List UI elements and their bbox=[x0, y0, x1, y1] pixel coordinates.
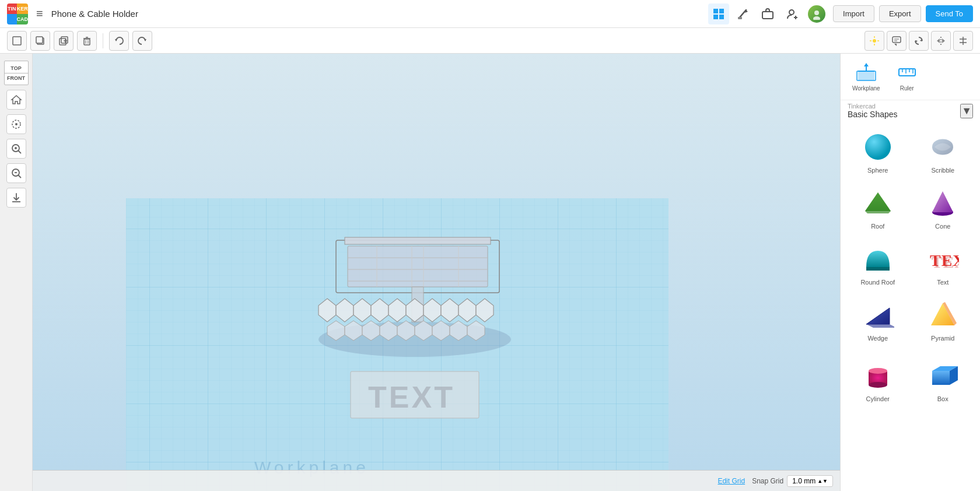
snap-value: 1.0 mm bbox=[792, 477, 816, 485]
shape-item-box[interactable]: Box bbox=[911, 352, 976, 408]
svg-rect-4 bbox=[738, 17, 742, 19]
light-button[interactable] bbox=[864, 31, 884, 51]
svg-point-10 bbox=[813, 16, 820, 20]
mirror-button[interactable] bbox=[931, 31, 951, 51]
pyramid-label: Pyramid bbox=[931, 335, 954, 342]
right-panel: › Workplane bbox=[840, 54, 980, 491]
avatar-icon bbox=[811, 8, 822, 20]
delete-button[interactable] bbox=[77, 31, 97, 51]
zoom-in-icon bbox=[10, 143, 22, 155]
comment-button[interactable] bbox=[887, 31, 907, 51]
copy-button[interactable] bbox=[30, 31, 50, 51]
workplane-tool[interactable]: Workplane bbox=[848, 59, 885, 94]
svg-rect-0 bbox=[713, 9, 718, 13]
view-cube-top: TOP bbox=[5, 64, 28, 73]
export-button[interactable]: Export bbox=[879, 5, 921, 22]
topbar: TIN KER CAD ≡ Phone & Cable Holder bbox=[0, 0, 980, 28]
shape-item-cylinder[interactable]: Cylinder bbox=[845, 352, 911, 408]
roof-icon bbox=[860, 185, 895, 220]
svg-rect-15 bbox=[61, 37, 68, 43]
shape-item-sphere[interactable]: Sphere bbox=[845, 124, 911, 180]
import-button[interactable]: Import bbox=[833, 5, 874, 22]
category-name: Basic Shapes bbox=[848, 110, 898, 119]
grid-view-button[interactable] bbox=[708, 3, 729, 24]
edit-grid-label[interactable]: Edit Grid bbox=[718, 477, 745, 485]
category-info: Tinkercad Basic Shapes bbox=[848, 103, 898, 119]
duplicate-button[interactable] bbox=[54, 31, 74, 51]
viewport[interactable]: TEXT Workplane Edit Grid Snap Grid 1.0 m… bbox=[33, 54, 840, 491]
shape-item-round-roof[interactable]: Round Roof bbox=[845, 236, 911, 292]
undo-button[interactable] bbox=[109, 31, 129, 51]
align-button[interactable] bbox=[953, 31, 973, 51]
shape-item-text[interactable]: TEXT TEXT Text bbox=[911, 236, 976, 292]
snap-label: Snap Grid bbox=[752, 477, 783, 485]
svg-rect-2 bbox=[713, 15, 718, 19]
svg-line-46 bbox=[18, 150, 21, 153]
download-icon bbox=[10, 192, 22, 204]
fit-icon bbox=[10, 118, 22, 130]
user-avatar-button[interactable] bbox=[806, 3, 827, 24]
category-dropdown-button[interactable]: ▼ bbox=[960, 104, 973, 118]
text-shape-label: Text bbox=[937, 279, 949, 286]
ruler-tool[interactable]: Ruler bbox=[892, 59, 922, 94]
new-button[interactable] bbox=[7, 31, 27, 51]
hamburger-button[interactable]: ≡ bbox=[36, 7, 43, 20]
shape-item-roof[interactable]: Roof bbox=[845, 180, 911, 236]
shape-item-cone[interactable]: Cone bbox=[911, 180, 976, 236]
zoom-out-icon bbox=[10, 167, 22, 179]
snap-value-dropdown[interactable]: 1.0 mm ▲▼ bbox=[787, 475, 833, 487]
shape-item-scribble[interactable]: Scribble bbox=[911, 124, 976, 180]
snap-grid-control: Snap Grid 1.0 mm ▲▼ bbox=[752, 475, 833, 487]
svg-rect-65 bbox=[345, 237, 491, 244]
main-area: TOP FRONT bbox=[0, 54, 980, 491]
left-panel: TOP FRONT bbox=[0, 54, 33, 491]
zoom-out-button[interactable] bbox=[6, 163, 26, 183]
fit-view-button[interactable] bbox=[6, 114, 26, 134]
svg-point-25 bbox=[873, 39, 876, 43]
rotate-icon bbox=[914, 36, 924, 46]
svg-marker-24 bbox=[144, 39, 146, 41]
home-view-button[interactable] bbox=[6, 90, 26, 110]
send-to-button[interactable]: Send To bbox=[926, 5, 973, 22]
svg-marker-23 bbox=[115, 39, 117, 41]
view-cube-front: FRONT bbox=[5, 73, 28, 83]
svg-rect-30 bbox=[892, 37, 901, 43]
wedge-label: Wedge bbox=[867, 335, 888, 342]
svg-marker-109 bbox=[866, 324, 894, 328]
roof-label: Roof bbox=[871, 223, 884, 230]
ruler-label: Ruler bbox=[900, 85, 914, 92]
box-label: Box bbox=[937, 395, 949, 402]
shape-item-wedge[interactable]: Wedge bbox=[845, 292, 911, 348]
comment-icon bbox=[891, 36, 902, 46]
view-cube[interactable]: TOP FRONT bbox=[4, 61, 29, 85]
cylinder-label: Cylinder bbox=[866, 395, 890, 402]
gallery-button[interactable] bbox=[757, 3, 778, 24]
snap-dropdown-arrow: ▲▼ bbox=[817, 478, 828, 484]
round-roof-icon bbox=[860, 241, 895, 276]
box-icon bbox=[925, 358, 960, 393]
round-roof-label: Round Roof bbox=[860, 279, 895, 286]
toolbar bbox=[0, 28, 980, 54]
svg-point-9 bbox=[814, 10, 819, 15]
align-icon bbox=[958, 36, 968, 46]
svg-rect-11 bbox=[13, 37, 21, 45]
redo-button[interactable] bbox=[132, 31, 152, 51]
logo-tin: TIN bbox=[7, 3, 17, 14]
shapes-grid: Sphere Scribbl bbox=[841, 121, 980, 350]
panel-tools: Workplane Ruler bbox=[841, 54, 980, 100]
home-icon bbox=[10, 94, 22, 106]
codeblocks-button[interactable] bbox=[733, 3, 754, 24]
zoom-in-button[interactable] bbox=[6, 139, 26, 159]
download-view-button[interactable] bbox=[6, 188, 26, 208]
add-user-button[interactable] bbox=[782, 3, 803, 24]
briefcase-icon bbox=[761, 8, 774, 20]
collapse-panel-button[interactable]: › bbox=[840, 261, 841, 284]
svg-rect-5 bbox=[762, 12, 773, 19]
svg-point-42 bbox=[15, 123, 18, 125]
codeblocks-icon bbox=[737, 8, 750, 20]
logo[interactable]: TIN KER CAD bbox=[7, 3, 28, 24]
pyramid-icon bbox=[925, 297, 960, 332]
shape-item-pyramid[interactable]: Pyramid bbox=[911, 292, 976, 348]
svg-point-6 bbox=[789, 10, 794, 15]
rotate-button[interactable] bbox=[909, 31, 929, 51]
